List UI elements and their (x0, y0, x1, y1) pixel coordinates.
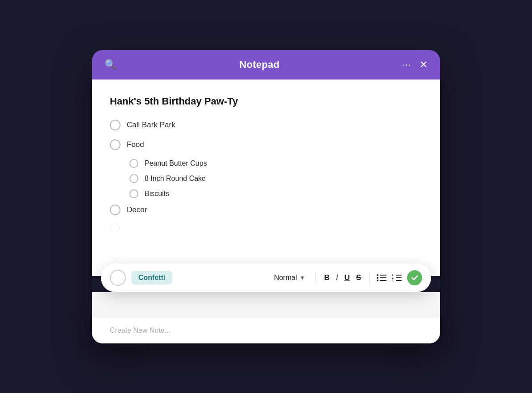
item-label: Biscuits (145, 190, 169, 198)
checkbox-circle[interactable] (129, 174, 138, 183)
list-item[interactable]: 8 Inch Round Cake (110, 174, 422, 183)
more-options-icon[interactable]: ··· (403, 60, 411, 70)
ordered-list-button[interactable]: 1. 2. 3. (392, 274, 402, 282)
bottom-padding (92, 292, 440, 317)
svg-rect-7 (396, 275, 402, 276)
checkbox-circle[interactable] (129, 189, 138, 198)
svg-rect-9 (396, 277, 402, 278)
bottom-section: Create New Note... (92, 292, 440, 343)
formatting-toolbar: Confetti Normal ▼ B I U S (101, 263, 431, 292)
svg-rect-5 (380, 280, 387, 281)
header: 🔍 Notepad ··· ✕ (92, 50, 440, 79)
list-item-partial (110, 224, 422, 232)
svg-point-0 (377, 274, 378, 276)
chevron-down-icon: ▼ (299, 275, 305, 281)
svg-text:3.: 3. (392, 279, 394, 282)
checkbox-circle-partial (110, 224, 120, 232)
item-label: 8 Inch Round Cake (145, 175, 206, 183)
list-item[interactable]: Biscuits (110, 189, 422, 198)
toolbar-checkbox[interactable] (110, 270, 126, 286)
close-icon[interactable]: ✕ (420, 60, 428, 70)
header-actions: ··· ✕ (403, 60, 428, 70)
style-dropdown[interactable]: Normal ▼ (270, 274, 308, 282)
svg-point-4 (377, 280, 378, 281)
checkbox-circle[interactable] (110, 139, 121, 150)
item-label: Decor (127, 205, 147, 214)
strikethrough-button[interactable]: S (355, 273, 362, 282)
divider (316, 272, 316, 284)
format-buttons: B I U S (323, 273, 362, 282)
create-new-placeholder[interactable]: Create New Note... (110, 326, 170, 334)
list-item[interactable]: Call Bark Park (110, 120, 422, 130)
main-content: Hank's 5th Birthday Paw-Ty Call Bark Par… (92, 79, 440, 276)
app-container: 🔍 Notepad ··· ✕ Hank's 5th Birthday Paw-… (92, 50, 440, 343)
checkbox-circle[interactable] (110, 120, 121, 130)
checkbox-circle[interactable] (110, 205, 121, 215)
svg-rect-3 (380, 277, 387, 278)
style-label: Normal (274, 274, 297, 282)
search-icon[interactable]: 🔍 (104, 60, 116, 70)
item-label: Peanut Butter Cups (145, 159, 207, 167)
create-new-area[interactable]: Create New Note... (92, 317, 440, 343)
divider (369, 272, 370, 284)
svg-rect-1 (380, 275, 387, 276)
confetti-tag[interactable]: Confetti (131, 271, 172, 284)
list-item[interactable]: Food (110, 139, 422, 150)
list-item[interactable]: Decor (110, 205, 422, 215)
svg-point-2 (377, 277, 378, 279)
toolbar-container: Confetti Normal ▼ B I U S (101, 263, 431, 292)
bold-button[interactable]: B (323, 273, 330, 282)
unordered-list-button[interactable] (377, 274, 387, 282)
item-label: Food (127, 140, 144, 149)
underline-button[interactable]: U (343, 273, 350, 282)
italic-button[interactable]: I (335, 273, 339, 282)
svg-rect-11 (396, 280, 402, 281)
note-title: Hank's 5th Birthday Paw-Ty (110, 96, 422, 107)
item-label: Call Bark Park (127, 121, 175, 130)
done-button[interactable] (407, 270, 422, 285)
checkbox-circle[interactable] (129, 159, 138, 168)
list-item[interactable]: Peanut Butter Cups (110, 159, 422, 168)
app-title: Notepad (239, 59, 279, 71)
checklist: Call Bark Park Food Peanut Butter Cups 8… (110, 120, 422, 232)
